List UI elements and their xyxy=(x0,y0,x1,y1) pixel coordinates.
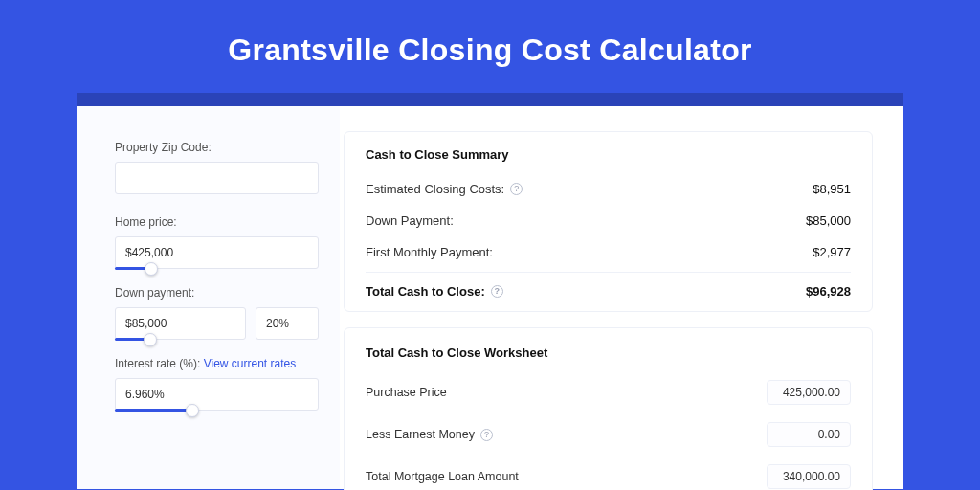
worksheet-row: Purchase Price425,000.00 xyxy=(366,371,851,413)
worksheet-row-value-input[interactable]: 340,000.00 xyxy=(767,464,851,489)
worksheet-title: Total Cash to Close Worksheet xyxy=(366,345,851,360)
slider-thumb[interactable] xyxy=(145,262,158,276)
view-rates-link[interactable]: View current rates xyxy=(204,357,297,370)
down-payment-label: Down payment: xyxy=(115,286,319,300)
worksheet-row-value-input[interactable]: 425,000.00 xyxy=(767,380,851,405)
summary-total-value: $96,928 xyxy=(806,284,851,299)
home-price-field: Home price: $425,000 xyxy=(115,215,319,269)
down-payment-amount-input[interactable]: $85,000 xyxy=(115,307,246,340)
interest-rate-label-text: Interest rate (%): xyxy=(115,357,200,370)
summary-row: First Monthly Payment:$2,977 xyxy=(366,236,851,268)
worksheet-row-label: Less Earnest Money xyxy=(366,428,475,441)
card-shadow xyxy=(77,93,903,106)
question-circle-icon[interactable]: ? xyxy=(491,285,503,298)
results-panel: Cash to Close Summary Estimated Closing … xyxy=(340,106,903,489)
zip-input[interactable] xyxy=(115,162,319,194)
interest-rate-label: Interest rate (%): View current rates xyxy=(115,357,319,370)
zip-label: Property Zip Code: xyxy=(115,141,319,154)
summary-row: Down Payment:$85,000 xyxy=(366,205,851,236)
interest-rate-field: Interest rate (%): View current rates 6.… xyxy=(115,357,319,411)
question-circle-icon[interactable]: ? xyxy=(510,183,523,195)
question-circle-icon[interactable]: ? xyxy=(480,429,493,441)
worksheet-row-label: Total Mortgage Loan Amount xyxy=(366,470,519,483)
summary-row-label: Down Payment: xyxy=(366,213,454,228)
inputs-panel: Property Zip Code: Home price: $425,000 … xyxy=(77,106,340,489)
interest-rate-input[interactable]: 6.960% xyxy=(115,378,319,411)
summary-row: Estimated Closing Costs:?$8,951 xyxy=(366,173,851,205)
slider-thumb[interactable] xyxy=(144,333,157,346)
summary-total-row: Total Cash to Close: ? $96,928 xyxy=(366,272,851,307)
summary-row-value: $2,977 xyxy=(813,245,851,259)
worksheet-rows: Purchase Price425,000.00Less Earnest Mon… xyxy=(366,371,851,490)
down-payment-percent-input[interactable]: 20% xyxy=(256,307,319,340)
worksheet-row-label: Purchase Price xyxy=(366,386,447,399)
zip-field: Property Zip Code: xyxy=(115,141,319,194)
summary-row-value: $8,951 xyxy=(813,182,851,196)
down-payment-field: Down payment: $85,000 20% xyxy=(115,286,319,340)
slider-fill xyxy=(115,409,192,412)
page-header: Grantsville Closing Cost Calculator xyxy=(0,0,980,93)
summary-row-label: First Monthly Payment: xyxy=(366,245,493,259)
page-title: Grantsville Closing Cost Calculator xyxy=(0,33,980,68)
summary-total-label: Total Cash to Close: xyxy=(366,284,485,299)
summary-rows: Estimated Closing Costs:?$8,951Down Paym… xyxy=(366,173,851,268)
worksheet-row: Less Earnest Money?0.00 xyxy=(366,413,851,456)
summary-row-label: Estimated Closing Costs: xyxy=(366,182,504,196)
worksheet-row: Total Mortgage Loan Amount340,000.00 xyxy=(366,456,851,490)
summary-row-value: $85,000 xyxy=(806,213,851,228)
slider-thumb[interactable] xyxy=(186,404,199,417)
calculator-card: Property Zip Code: Home price: $425,000 … xyxy=(77,106,903,489)
home-price-label: Home price: xyxy=(115,215,319,229)
worksheet-row-value-input[interactable]: 0.00 xyxy=(767,422,851,447)
worksheet-section: Total Cash to Close Worksheet Purchase P… xyxy=(344,327,873,490)
summary-title: Cash to Close Summary xyxy=(366,147,851,162)
summary-section: Cash to Close Summary Estimated Closing … xyxy=(344,131,873,312)
